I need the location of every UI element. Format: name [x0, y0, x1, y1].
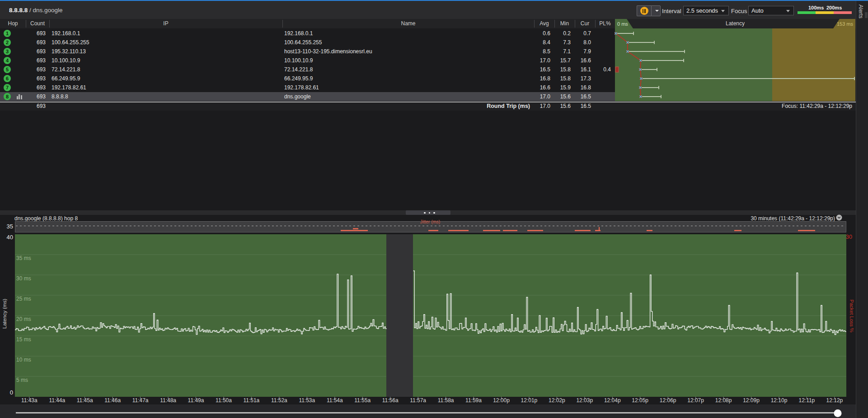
svg-text:35: 35	[7, 223, 13, 230]
svg-text:11:46a: 11:46a	[104, 397, 121, 404]
svg-text:12:02p: 12:02p	[549, 397, 565, 404]
svg-text:11:53a: 11:53a	[299, 397, 315, 404]
svg-text:12:08p: 12:08p	[715, 397, 732, 404]
svg-text:11:44a: 11:44a	[49, 397, 65, 404]
svg-text:20 ms: 20 ms	[16, 316, 31, 322]
svg-text:11:52a: 11:52a	[271, 397, 287, 404]
svg-text:12:12p: 12:12p	[826, 397, 843, 404]
svg-text:11:49a: 11:49a	[188, 397, 204, 404]
svg-text:5 ms: 5 ms	[16, 377, 28, 383]
svg-text:11:45a: 11:45a	[77, 397, 93, 404]
svg-text:153 ms: 153 ms	[837, 21, 854, 27]
svg-text:25 ms: 25 ms	[16, 296, 31, 302]
svg-text:11:54a: 11:54a	[327, 397, 343, 404]
svg-text:12:00p: 12:00p	[493, 397, 510, 404]
svg-text:11:59a: 11:59a	[465, 397, 482, 404]
svg-text:12:06p: 12:06p	[660, 397, 676, 404]
svg-text:30: 30	[846, 234, 852, 240]
svg-text:35 ms: 35 ms	[16, 255, 31, 261]
svg-text:12:01p: 12:01p	[521, 397, 538, 404]
svg-text:11:50a: 11:50a	[216, 397, 232, 404]
svg-text:11:56a: 11:56a	[382, 397, 399, 404]
svg-text:0 ms: 0 ms	[617, 21, 628, 27]
svg-text:12:07p: 12:07p	[687, 397, 704, 404]
svg-text:Jitter (ms): Jitter (ms)	[420, 219, 440, 224]
svg-text:12:04p: 12:04p	[604, 397, 621, 404]
svg-text:0: 0	[10, 389, 13, 396]
svg-text:11:51a: 11:51a	[243, 397, 259, 404]
svg-text:11:57a: 11:57a	[410, 397, 426, 404]
svg-text:12:10p: 12:10p	[771, 397, 788, 404]
svg-text:15 ms: 15 ms	[16, 336, 31, 343]
svg-text:12:03p: 12:03p	[576, 397, 593, 404]
svg-text:30 ms: 30 ms	[16, 275, 31, 282]
svg-text:12:09p: 12:09p	[743, 397, 760, 404]
svg-text:Packet Loss %: Packet Loss %	[849, 300, 854, 333]
svg-text:11:47a: 11:47a	[132, 397, 149, 404]
svg-text:Latency (ms): Latency (ms)	[2, 299, 7, 329]
svg-text:11:48a: 11:48a	[160, 397, 176, 404]
svg-text:10 ms: 10 ms	[16, 357, 31, 363]
svg-text:12:05p: 12:05p	[632, 397, 648, 404]
svg-text:11:55a: 11:55a	[354, 397, 371, 404]
svg-text:40: 40	[7, 234, 13, 241]
svg-text:11:43a: 11:43a	[21, 397, 38, 404]
svg-text:12:11p: 12:11p	[798, 397, 815, 404]
svg-text:11:58a: 11:58a	[438, 397, 454, 404]
